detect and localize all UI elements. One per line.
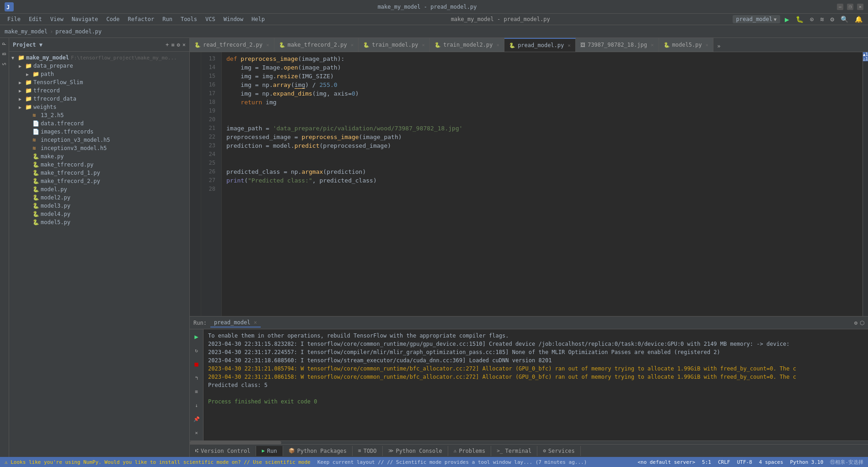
status-encoding[interactable]: UTF-8 — [737, 459, 752, 465]
code-content[interactable]: def preprocess_image(image_path): img = … — [222, 52, 863, 316]
tree-item-data-prepare[interactable]: ▶ 📁 data_prepare — [9, 62, 189, 70]
settings-button[interactable]: ⚙ — [829, 15, 836, 24]
tree-item-data-tfrecord[interactable]: ▶ 📄 data.tfrecord — [9, 119, 189, 128]
tab-read-tfrecord-2[interactable]: 🐍 read_tfrecord_2.py × — [190, 38, 274, 52]
project-controls[interactable]: + ≡ ⚙ × — [166, 42, 186, 48]
project-collapse-icon[interactable]: ≡ — [171, 42, 174, 48]
menu-code[interactable]: Code — [103, 15, 123, 23]
close-button[interactable]: ✕ — [857, 4, 863, 10]
status-line-col[interactable]: 5:1 — [702, 459, 711, 465]
tree-item-tfrecord-data[interactable]: ▶ 📁 tfrecord_data — [9, 95, 189, 103]
run-button[interactable]: ▶ — [783, 14, 791, 25]
tab-model5[interactable]: 🐍 model5.py × — [659, 38, 714, 52]
run-redirect-button[interactable]: ↰ — [192, 373, 202, 383]
notifications-button[interactable]: 🔔 — [853, 15, 864, 24]
tree-item-tfrecord[interactable]: ▶ 📁 tfrecord — [9, 86, 189, 95]
tree-item-inception-v3[interactable]: ▶ ≋ inception_v3_model.h5 — [9, 136, 189, 144]
run-pin-button[interactable]: 📌 — [192, 414, 202, 424]
status-numpy-warning[interactable]: ⚠ Looks like you're using NumPy. Would y… — [5, 459, 311, 465]
menu-tools[interactable]: Tools — [177, 15, 201, 23]
search-everywhere-button[interactable]: 🔍 — [839, 15, 850, 24]
maximize-button[interactable]: ❐ — [847, 4, 853, 10]
run-stop-button[interactable]: ■ — [192, 359, 202, 369]
tab-image-jpg[interactable]: 🖼 73987_98782_18.jpg × — [576, 38, 659, 52]
tab-train-model2[interactable]: 🐍 train_model2.py × — [430, 38, 504, 52]
tree-item-inceptionv3[interactable]: ▶ ≋ inceptionv3_model.h5 — [9, 144, 189, 152]
tab-close-image-jpg[interactable]: × — [651, 42, 654, 48]
menu-navigate[interactable]: Navigate — [68, 15, 102, 23]
project-close-icon[interactable]: × — [182, 42, 186, 48]
tree-item-make-tfrecord-py[interactable]: ▶ 🐍 make_tfrecord.py — [9, 161, 189, 169]
tree-item-weights[interactable]: ▶ 📁 weights — [9, 103, 189, 111]
run-wraplines-button[interactable]: ≡ — [192, 386, 202, 397]
status-line-ending[interactable]: CRLF — [718, 459, 730, 465]
menu-edit[interactable]: Edit — [25, 15, 46, 23]
tree-item-make-tfrecord-2-py[interactable]: ▶ 🐍 make_tfrecord_2.py — [9, 177, 189, 185]
tree-item-model5-py[interactable]: ▶ 🐍 model5.py — [9, 218, 189, 226]
structure-icon[interactable]: S — [1, 62, 8, 66]
menu-view[interactable]: View — [47, 15, 67, 23]
coverage-button[interactable]: ⊙ — [808, 15, 815, 24]
bottom-tab-run[interactable]: ▶ Run — [256, 446, 283, 456]
minimize-button[interactable]: — — [837, 4, 843, 10]
menu-run[interactable]: Run — [159, 15, 176, 23]
tree-root[interactable]: ▼ 📁 make_my_model F:\tensorflow_project\… — [9, 54, 189, 62]
tab-pread-model[interactable]: 🐍 pread_model.py × — [504, 38, 576, 52]
tab-close-pread-model[interactable]: × — [568, 43, 571, 48]
bottom-tab-version-control[interactable]: ⑆ Version Control — [190, 446, 256, 456]
run-tab-close[interactable]: × — [254, 319, 257, 326]
bottom-tab-services[interactable]: ⚙ Services — [537, 446, 580, 456]
bottom-tab-python-console[interactable]: ≫ Python Console — [383, 446, 448, 456]
run-scrollbar-h[interactable] — [190, 440, 868, 444]
tree-item-model2-py[interactable]: ▶ 🐍 model2.py — [9, 193, 189, 202]
status-layout-info[interactable]: Keep current layout // // Scientific mod… — [317, 459, 631, 465]
run-rerun-button[interactable]: ↻ — [192, 345, 202, 355]
tree-item-make-tfrecord-1-py[interactable]: ▶ 🐍 make_tfrecord_1.py — [9, 169, 189, 177]
tab-close-train-model2[interactable]: × — [497, 42, 500, 48]
project-add-icon[interactable]: + — [166, 42, 169, 48]
breadcrumb-file[interactable]: pread_model.py — [55, 28, 102, 35]
project-icon[interactable]: P — [1, 42, 8, 46]
run-close-output-button[interactable]: × — [192, 428, 202, 438]
code-editor[interactable]: 13 14 15 16 17 18 19 20 21 22 23 24 25 2… — [190, 52, 868, 316]
tab-train-model[interactable]: 🐍 train_model.py × — [359, 38, 430, 52]
tree-item-model3-py[interactable]: ▶ 🐍 model3.py — [9, 202, 189, 210]
menu-window[interactable]: Window — [220, 15, 247, 23]
tab-make-tfrecord-2[interactable]: 🐍 make_tfrecord_2.py × — [274, 38, 359, 52]
tree-item-tensorflow-slim[interactable]: ▶ 📁 TensorFlow_Slim — [9, 78, 189, 86]
breadcrumb-project[interactable]: make_my_model — [5, 28, 48, 35]
tree-item-model4-py[interactable]: ▶ 🐍 model4.py — [9, 210, 189, 218]
run-settings-icon[interactable]: ⚙ — [854, 320, 857, 326]
tab-close-train-model[interactable]: × — [422, 42, 425, 48]
tree-item-13-2-h5[interactable]: ▶ ≋ 13_2.h5 — [9, 111, 189, 119]
project-settings-icon[interactable]: ⚙ — [177, 42, 180, 48]
tab-close-make-tfrecord-2[interactable]: × — [351, 42, 354, 48]
menu-vcs[interactable]: VCS — [202, 15, 219, 23]
debug-button[interactable]: 🐛 — [794, 15, 805, 24]
run-play-button[interactable]: ▶ — [192, 332, 202, 342]
run-expand-icon[interactable]: ⬡ — [860, 320, 864, 326]
run-config-selector[interactable]: pread_model ▼ — [733, 15, 781, 23]
run-scroll-end-button[interactable]: ↓ — [192, 400, 202, 410]
run-controls[interactable]: ⚙ ⬡ — [854, 320, 864, 326]
tab-close-read-tfrecord-2[interactable]: × — [266, 42, 269, 48]
tabs-more-button[interactable]: » — [713, 41, 724, 52]
menu-file[interactable]: File — [4, 15, 24, 23]
tree-item-path[interactable]: ▶ 📁 path — [9, 70, 189, 78]
tab-close-model5[interactable]: × — [706, 42, 709, 48]
tree-item-images-tfrecords[interactable]: ▶ 📄 images.tfrecords — [9, 128, 189, 136]
bottom-tab-problems[interactable]: ⚠ Problems — [448, 446, 491, 456]
status-python-version[interactable]: Python 3.10 — [790, 459, 824, 465]
tree-item-model-py[interactable]: ▶ 🐍 model.py — [9, 185, 189, 193]
menu-help[interactable]: Help — [248, 15, 268, 23]
bottom-tab-todo[interactable]: ≡ TODO — [353, 446, 383, 456]
menu-refactor[interactable]: Refactor — [124, 15, 158, 23]
bottom-tab-python-packages[interactable]: 📦 Python Packages — [283, 446, 353, 456]
tree-item-make-py[interactable]: ▶ 🐍 make.py — [9, 152, 189, 161]
status-indent[interactable]: 4 spaces — [759, 459, 783, 465]
status-server[interactable]: <no default server> — [638, 459, 695, 465]
run-tab-pread-model[interactable]: pread_model × — [210, 318, 261, 327]
bookmarks-icon[interactable]: B — [1, 52, 8, 56]
window-controls[interactable]: — ❐ ✕ — [837, 4, 863, 10]
bottom-tab-terminal[interactable]: >_ Terminal — [491, 446, 537, 456]
